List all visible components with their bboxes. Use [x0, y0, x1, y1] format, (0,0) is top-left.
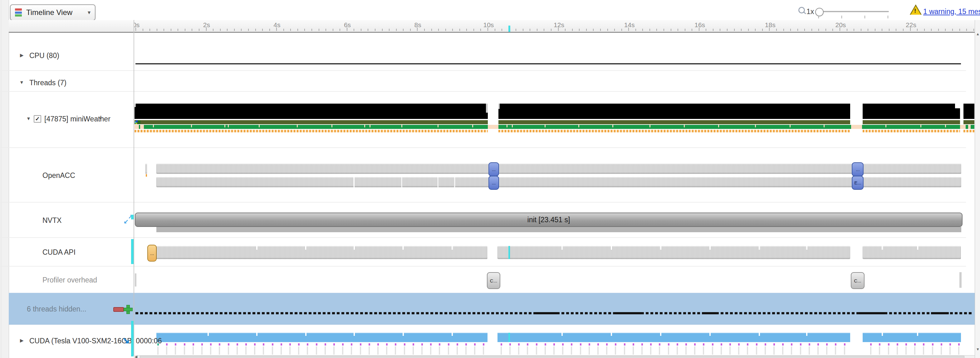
memory-op-marker[interactable]	[237, 343, 238, 345]
timeline-ruler[interactable]: 0s2s4s6s8s10s12s14s16s18s20s22s	[134, 20, 975, 32]
memory-op-marker[interactable]	[721, 343, 722, 345]
thread-visibility-checkbox[interactable]: ✓	[34, 115, 41, 123]
view-selector-dropdown[interactable]: Timeline View ▾	[10, 4, 95, 21]
memory-op-marker[interactable]	[316, 343, 317, 345]
cuda-kernel-bar[interactable]	[498, 333, 850, 342]
memory-op-marker[interactable]	[545, 343, 546, 345]
memory-op-marker[interactable]	[580, 343, 581, 345]
openacc-events-bar[interactable]	[156, 164, 962, 174]
memory-op-marker[interactable]	[712, 343, 713, 345]
memory-op-marker[interactable]	[641, 343, 643, 345]
sidebar-item-miniweather[interactable]: ▼✓[47875] miniWeather▼	[9, 113, 134, 125]
memory-op-marker[interactable]	[782, 343, 784, 345]
thread-state-bar[interactable]	[964, 120, 974, 124]
memory-op-marker[interactable]	[351, 343, 352, 345]
memory-op-marker[interactable]	[950, 343, 951, 345]
thread-api-density-bar[interactable]	[135, 130, 488, 132]
memory-op-marker[interactable]	[747, 343, 748, 345]
scroll-up-icon[interactable]: ▲	[976, 32, 980, 36]
memory-op-marker[interactable]	[729, 343, 731, 345]
vertical-scrollbar[interactable]: ▲ ▼	[975, 20, 980, 358]
memory-op-marker[interactable]	[184, 343, 185, 345]
memory-op-marker[interactable]	[650, 343, 652, 345]
scroll-left-icon[interactable]: ◀	[135, 355, 137, 358]
memory-op-marker[interactable]	[624, 343, 625, 345]
memory-op-marker[interactable]	[923, 343, 924, 345]
profiler-overhead-badge[interactable]: C...	[487, 272, 500, 289]
memory-op-marker[interactable]	[589, 343, 590, 345]
memory-op-marker[interactable]	[633, 343, 634, 345]
memory-op-marker[interactable]	[765, 343, 766, 345]
cuda-kernel-bar[interactable]	[156, 333, 487, 342]
memory-op-marker[interactable]	[298, 343, 300, 345]
memory-op-marker[interactable]	[756, 343, 757, 345]
cuda-api-calls-bar[interactable]	[156, 246, 487, 259]
thread-sampling-bar[interactable]	[498, 103, 850, 119]
memory-op-marker[interactable]	[897, 343, 898, 345]
memory-op-marker[interactable]	[536, 343, 538, 345]
thread-blocked-segment[interactable]	[968, 125, 970, 129]
zoom-slider-handle[interactable]	[815, 8, 824, 16]
memory-op-marker[interactable]	[518, 343, 520, 345]
memory-op-marker[interactable]	[509, 343, 511, 345]
memory-op-marker[interactable]	[571, 343, 573, 345]
memory-op-marker[interactable]	[413, 343, 414, 345]
thread-api-density-bar[interactable]	[964, 130, 974, 132]
memory-op-marker[interactable]	[254, 343, 256, 345]
memory-op-marker[interactable]	[677, 343, 678, 345]
memory-op-marker[interactable]	[791, 343, 792, 345]
memory-op-marker[interactable]	[333, 343, 335, 345]
sidebar-item-cuda-api[interactable]: CUDA API	[9, 246, 134, 258]
sidebar-item-profiler[interactable]: Profiler overhead	[9, 274, 134, 286]
cuda-api-calls-bar[interactable]	[863, 246, 961, 259]
thread-sampling-bar[interactable]	[964, 103, 974, 119]
memory-op-marker[interactable]	[281, 343, 282, 345]
memory-op-marker[interactable]	[386, 343, 388, 345]
cuda-kernel-bar[interactable]	[863, 333, 961, 342]
collapsed-events-badge[interactable]: ...	[488, 176, 499, 190]
memory-op-marker[interactable]	[668, 343, 670, 345]
zoom-slider-track[interactable]	[817, 11, 889, 12]
memory-op-marker[interactable]	[870, 343, 872, 345]
memory-op-marker[interactable]	[219, 343, 220, 345]
splitter-handle[interactable]	[4, 295, 6, 317]
memory-op-marker[interactable]	[826, 343, 828, 345]
profiler-overhead-badge[interactable]: C...	[851, 272, 864, 289]
memory-op-marker[interactable]	[448, 343, 449, 345]
memory-op-marker[interactable]	[879, 343, 880, 345]
sidebar-item-nvtx[interactable]: NVTX↗↙	[9, 214, 134, 227]
memory-op-marker[interactable]	[377, 343, 379, 345]
memory-op-marker[interactable]	[483, 343, 484, 345]
memory-op-marker[interactable]	[404, 343, 406, 345]
memory-op-marker[interactable]	[773, 343, 775, 345]
openacc-events-bar[interactable]	[156, 177, 962, 187]
sidebar-item-cuda-device[interactable]: ▶CUDA (Tesla V100-SXM2-16GB, 0000:06↘	[9, 334, 134, 347]
memory-op-marker[interactable]	[166, 343, 168, 345]
memory-op-marker[interactable]	[272, 343, 274, 345]
openacc-event[interactable]	[145, 164, 147, 174]
memory-op-marker[interactable]	[501, 343, 502, 345]
warnings-messages-link[interactable]: 1 warning, 15 messages	[923, 8, 980, 16]
memory-op-marker[interactable]	[809, 343, 810, 345]
collapsed-events-badge[interactable]: ...	[488, 162, 499, 177]
memory-op-marker[interactable]	[694, 343, 696, 345]
memory-op-marker[interactable]	[360, 343, 361, 345]
thread-state-bar[interactable]	[498, 120, 850, 124]
sidebar-item-cpu[interactable]: ▶CPU (80)	[9, 49, 134, 62]
thread-running-bar[interactable]	[135, 125, 960, 129]
scroll-down-icon[interactable]: ▼	[976, 347, 980, 352]
collapsed-events-badge[interactable]: ...	[852, 162, 864, 177]
collapse-arrow-icon[interactable]: ▼	[19, 80, 24, 85]
memory-op-marker[interactable]	[914, 343, 916, 345]
sidebar-timeline-divider[interactable]	[134, 20, 134, 355]
memory-op-marker[interactable]	[289, 343, 291, 345]
memory-op-marker[interactable]	[888, 343, 889, 345]
memory-op-marker[interactable]	[844, 343, 845, 345]
row-options-caret-icon[interactable]: ▼	[99, 116, 103, 121]
thread-state-bar[interactable]	[135, 120, 488, 124]
memory-op-marker[interactable]	[175, 343, 177, 345]
profiler-overhead-event[interactable]	[959, 272, 962, 288]
nvtx-range-init[interactable]: init [23.451 s]	[135, 213, 963, 227]
memory-op-marker[interactable]	[325, 343, 326, 345]
thread-blocked-segment[interactable]	[488, 125, 498, 129]
